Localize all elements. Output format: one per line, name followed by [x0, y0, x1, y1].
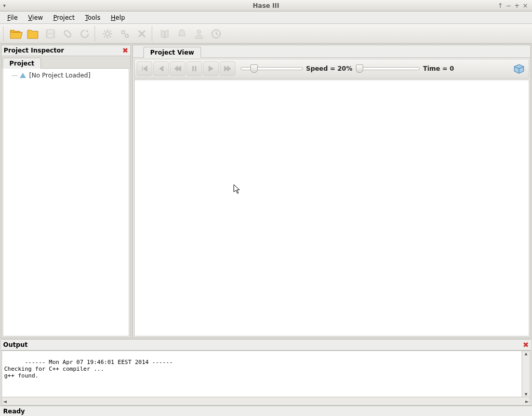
menu-project[interactable]: Project: [49, 12, 79, 23]
svg-point-3: [105, 32, 110, 36]
book-button[interactable]: [156, 25, 173, 42]
tree-root-item[interactable]: — [No Project Loaded]: [6, 71, 126, 80]
speed-slider[interactable]: [241, 67, 303, 70]
scroll-left-icon[interactable]: ◄: [3, 399, 7, 404]
clock-button[interactable]: [208, 25, 224, 42]
vertical-scrollbar[interactable]: ▲ ▼: [522, 351, 530, 397]
inspector-tabstrip: Project: [2, 56, 130, 68]
svg-rect-21: [195, 66, 196, 71]
scroll-up-icon[interactable]: ▲: [525, 351, 527, 356]
x-icon: [137, 29, 147, 39]
slider-thumb[interactable]: [250, 64, 258, 73]
svg-rect-20: [192, 66, 194, 71]
gear-icon: [102, 28, 113, 40]
project-inspector-header: Project Inspector ✖: [2, 45, 130, 56]
speed-slider-group: Speed = 20%: [241, 65, 352, 72]
window-titlebar: ▾ Hase III ↑ − + ×: [0, 0, 532, 11]
step-back-icon: [157, 64, 165, 73]
close-icon[interactable]: ✖: [523, 341, 529, 349]
window-menu-icon[interactable]: ▾: [0, 3, 6, 8]
svg-rect-2: [48, 34, 53, 37]
scroll-down-icon[interactable]: ▼: [525, 392, 527, 397]
tab-project-view-label: Project View: [150, 49, 194, 56]
pause-icon: [190, 64, 198, 73]
floppy-icon: [45, 28, 56, 40]
cursor-icon: [233, 184, 241, 194]
main-toolbar: [0, 24, 532, 44]
toolbar-separator: [3, 27, 6, 41]
attach-button[interactable]: [59, 25, 76, 42]
reset-view-button[interactable]: [512, 63, 526, 74]
main-area: Project Inspector ✖ Project — [No Projec…: [0, 44, 532, 339]
tab-project[interactable]: Project: [3, 58, 41, 69]
time-label: Time = 0: [423, 65, 454, 72]
triangle-icon: [20, 73, 26, 78]
play-icon: [207, 64, 215, 73]
save-button[interactable]: [42, 25, 59, 42]
scroll-right-icon[interactable]: ►: [525, 399, 529, 404]
clock-icon: [210, 28, 222, 40]
toolbar-separator: [152, 27, 155, 41]
skip-back-icon: [140, 64, 149, 73]
output-title: Output: [3, 341, 28, 348]
output-header: Output ✖: [1, 340, 531, 350]
time-slider-group: Time = 0: [357, 65, 454, 72]
menu-tools[interactable]: Tools: [81, 12, 105, 23]
tab-project-label: Project: [9, 60, 34, 67]
fast-forward-button[interactable]: [220, 61, 235, 76]
project-tree[interactable]: — [No Project Loaded]: [3, 68, 129, 336]
person-icon: [194, 28, 204, 40]
pause-button[interactable]: [187, 61, 202, 76]
first-button[interactable]: [137, 61, 152, 76]
project-view-tabstrip: Project View: [133, 45, 530, 58]
bell-icon: [177, 28, 187, 40]
user-button[interactable]: [191, 25, 207, 42]
gears-icon: [119, 28, 130, 40]
gears-button[interactable]: [116, 25, 133, 42]
window-title: Hase III: [253, 2, 280, 9]
settings-button[interactable]: [99, 25, 116, 42]
output-textarea[interactable]: ------ Mon Apr 07 19:46:01 EEST 2014 ---…: [2, 351, 530, 397]
refresh-icon: [79, 28, 90, 40]
slider-thumb[interactable]: [356, 64, 363, 73]
rewind-button[interactable]: [170, 61, 185, 76]
window-minimize-icon[interactable]: −: [506, 2, 511, 9]
status-text: Ready: [3, 408, 25, 415]
refresh-button[interactable]: [76, 25, 93, 42]
prev-button[interactable]: [153, 61, 169, 76]
stop-button[interactable]: [134, 25, 150, 42]
link-icon: [62, 28, 73, 40]
menu-help[interactable]: Help: [107, 12, 129, 23]
bell-button[interactable]: [174, 25, 190, 42]
folder-icon: [26, 28, 40, 40]
output-panel: Output ✖ ------ Mon Apr 07 19:46:01 EEST…: [1, 339, 531, 406]
book-icon: [159, 28, 170, 40]
svg-point-13: [125, 34, 128, 37]
svg-point-16: [197, 30, 201, 33]
rewind-icon: [174, 64, 182, 73]
play-button[interactable]: [203, 61, 219, 76]
cube-icon: [512, 63, 526, 74]
open-folder-alt-button[interactable]: [25, 25, 42, 42]
window-close-icon[interactable]: ×: [523, 2, 528, 9]
fast-forward-icon: [223, 64, 232, 73]
window-ontop-icon[interactable]: ↑: [498, 2, 503, 9]
time-slider[interactable]: [357, 67, 420, 70]
project-inspector-title: Project Inspector: [4, 47, 64, 54]
horizontal-scrollbar[interactable]: ◄ ►: [2, 397, 530, 405]
menu-view[interactable]: View: [24, 12, 47, 23]
tab-project-view[interactable]: Project View: [143, 47, 201, 58]
tree-branch-icon: —: [11, 72, 18, 79]
svg-line-19: [216, 34, 218, 35]
folder-open-icon: [9, 28, 23, 40]
menu-file[interactable]: File: [3, 12, 22, 23]
project-inspector-panel: Project Inspector ✖ Project — [No Projec…: [1, 45, 131, 338]
project-view-canvas[interactable]: [134, 80, 529, 336]
window-maximize-icon[interactable]: +: [514, 2, 520, 9]
output-content: ------ Mon Apr 07 19:46:01 EEST 2014 ---…: [4, 359, 173, 379]
open-folder-button[interactable]: [8, 25, 24, 42]
close-icon[interactable]: ✖: [122, 46, 128, 55]
project-view-toolbar: Speed = 20% Time = 0: [134, 59, 529, 79]
tree-root-label: [No Project Loaded]: [29, 72, 90, 79]
svg-line-9: [110, 36, 111, 37]
